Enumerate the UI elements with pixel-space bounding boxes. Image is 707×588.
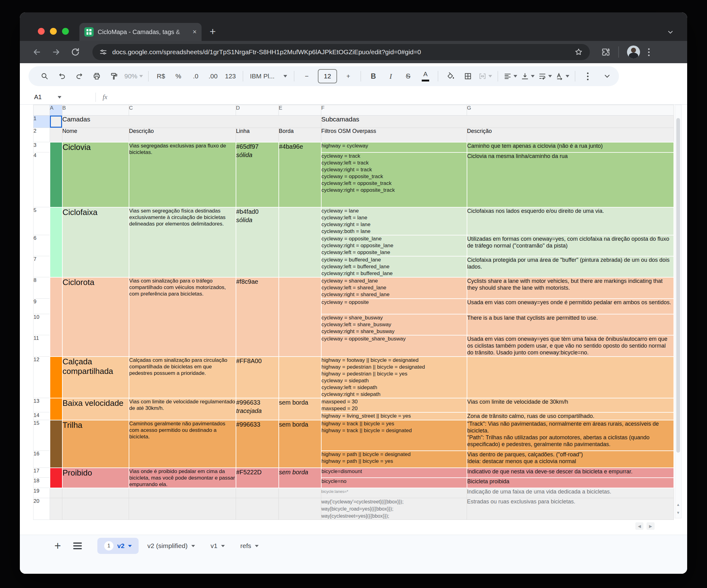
cell-layer-name[interactable]: Ciclovia: [62, 142, 129, 207]
fullscreen-window-button[interactable]: [62, 28, 69, 35]
cell-layer-border[interactable]: [279, 277, 321, 357]
cell-layer-description[interactable]: Vias sem segregação física destinadas ex…: [129, 207, 236, 277]
increase-font-size-button[interactable]: +: [340, 68, 357, 84]
empty-cell[interactable]: [50, 498, 62, 520]
row-header[interactable]: 3: [33, 142, 50, 152]
decrease-decimal-button[interactable]: .0: [187, 68, 204, 84]
cell-sublayer-description[interactable]: Ciclofaixa protegida por uma área de "bu…: [467, 256, 674, 277]
row-header[interactable]: 1: [33, 116, 50, 128]
cell-osm-filters[interactable]: way['cycleway'=cyclestreet]({{bbox}}); w…: [321, 498, 467, 520]
cell-sublayer-description[interactable]: Estradas ou ruas exclusivas para bicicle…: [467, 498, 674, 520]
sheet-tab-v1[interactable]: v1: [204, 538, 232, 554]
vertical-scrollbar[interactable]: ▲ ▼: [675, 105, 681, 518]
layer-color-swatch[interactable]: [50, 142, 62, 207]
cell-layer-name[interactable]: Calçada compartilhada: [62, 357, 129, 398]
cell-osm-filters[interactable]: cycleway = shared_lane cycleway:left = s…: [321, 277, 467, 299]
text-color-button[interactable]: A: [417, 68, 434, 84]
vertical-scrollbar-thumb[interactable]: [676, 118, 680, 453]
column-header-D[interactable]: D: [236, 105, 279, 116]
row-header[interactable]: 19: [33, 488, 50, 498]
cell-header-nome[interactable]: Nome: [62, 128, 129, 142]
row-header[interactable]: 10: [33, 314, 50, 335]
layer-color-swatch[interactable]: [50, 207, 62, 277]
cell-osm-filters[interactable]: cycleway = buffered_lane cycleway:left =…: [321, 256, 467, 277]
cell-layer-description[interactable]: Calçadas com sinalização para circulação…: [129, 357, 236, 398]
row-header[interactable]: 18: [33, 478, 50, 488]
cell-sublayer-description[interactable]: Cyclists share a lane with motor vehicle…: [467, 277, 674, 299]
layer-color-swatch[interactable]: [50, 357, 62, 398]
cell-layer-border[interactable]: sem borda: [279, 420, 321, 468]
minimize-window-button[interactable]: [50, 28, 57, 35]
cell-sublayer-description[interactable]: Vias dentro de parques, calçadões. ("off…: [467, 451, 674, 468]
borders-icon[interactable]: [459, 68, 477, 84]
cell-layer-name[interactable]: Ciclorota: [62, 277, 129, 357]
close-window-button[interactable]: [38, 28, 45, 35]
cell-sublayer-description[interactable]: Usada em vias com oneway=yes onde é perm…: [467, 299, 674, 314]
cell-header-descricao-sub[interactable]: Descrição: [467, 128, 674, 142]
cell-sublayer-description[interactable]: Indicação de uma faixa de uma vida dedic…: [467, 488, 674, 498]
fill-color-icon[interactable]: [442, 68, 459, 84]
cell-layer-line[interactable]: #65df97 sólida: [236, 142, 279, 207]
cell-layer-name[interactable]: Baixa velocidade: [62, 398, 129, 420]
layer-color-swatch[interactable]: [50, 277, 62, 357]
close-tab-icon[interactable]: ×: [193, 29, 197, 35]
cell-layer-line[interactable]: #996633: [236, 420, 279, 468]
cell-sublayer-description[interactable]: Ciclovia na mesma linha/caminho da rua: [467, 152, 674, 207]
text-wrap-icon[interactable]: [536, 68, 554, 84]
cell-osm-filters[interactable]: highway = cycleway: [321, 142, 467, 152]
toolbar-more-icon[interactable]: [579, 68, 596, 84]
column-header-F[interactable]: F: [321, 105, 467, 116]
cell-layer-description[interactable]: Caminhos geralmente não pavimentados com…: [129, 420, 236, 468]
cell-header-linha[interactable]: Linha: [236, 128, 279, 142]
cell-layer-description[interactable]: Vias onde é proibido pedalar em cima da …: [129, 468, 236, 488]
cell-osm-filters[interactable]: cycleway = opposite: [321, 299, 467, 314]
collapse-toolbar-icon[interactable]: [599, 68, 616, 84]
name-box[interactable]: A1: [20, 94, 89, 101]
layer-color-swatch[interactable]: [50, 420, 62, 468]
select-all-corner[interactable]: [33, 105, 50, 116]
format-currency-button[interactable]: R$: [152, 68, 170, 84]
extensions-icon[interactable]: [601, 47, 610, 57]
cell-sublayer-description[interactable]: Indicativo de que nesta via deve-se desc…: [467, 468, 674, 478]
row-header[interactable]: 2: [33, 128, 50, 142]
url-text[interactable]: docs.google.com/spreadsheets/d/1grTpS1Nr…: [112, 48, 569, 56]
site-info-icon[interactable]: [99, 48, 107, 56]
row-header[interactable]: 12: [33, 357, 50, 398]
cell-sublayer-description[interactable]: [467, 357, 674, 398]
cell-layer-description[interactable]: Vias com limite de velocidade regulament…: [129, 398, 236, 420]
cell-subcamadas-title[interactable]: Subcamadas: [321, 116, 674, 128]
bold-button[interactable]: B: [365, 68, 382, 84]
cell-osm-filters[interactable]: cycleway = lane cycleway:left = lane cyc…: [321, 207, 467, 235]
cell-osm-filters[interactable]: highway = path || bicycle = designated h…: [321, 451, 467, 468]
column-header-A[interactable]: A: [50, 105, 62, 116]
address-bar[interactable]: docs.google.com/spreadsheets/d/1grTpS1Nr…: [92, 44, 590, 60]
cell-osm-filters[interactable]: bicycle=no: [321, 478, 467, 488]
cell-layer-name[interactable]: Ciclofaixa: [62, 207, 129, 277]
scroll-right-icon[interactable]: ▶: [646, 522, 654, 530]
horizontal-scrollbar[interactable]: ◀ ▶: [635, 522, 654, 530]
undo-icon[interactable]: [53, 68, 71, 84]
empty-cell[interactable]: [129, 498, 236, 520]
cell-layer-description[interactable]: Vias com sinalização para o tráfego comp…: [129, 277, 236, 357]
cell-header-borda[interactable]: Borda: [279, 128, 321, 142]
cell-osm-filters[interactable]: highway = footway || bicycle = designate…: [321, 357, 467, 398]
print-icon[interactable]: [88, 68, 105, 84]
column-header-B[interactable]: B: [62, 105, 129, 116]
layer-color-swatch[interactable]: [50, 398, 62, 420]
empty-cell[interactable]: [62, 498, 129, 520]
decrease-font-size-button[interactable]: −: [298, 68, 315, 84]
font-family-select[interactable]: IBM Pl...: [247, 68, 290, 84]
cell-osm-filters[interactable]: cycleway = track cycleway:left = track c…: [321, 152, 467, 207]
cell-osm-filters[interactable]: bicycle=dismount: [321, 468, 467, 478]
empty-cell[interactable]: [62, 488, 129, 498]
column-header-G[interactable]: G: [467, 105, 674, 116]
horizontal-align-icon[interactable]: [502, 68, 519, 84]
search-icon[interactable]: [36, 68, 53, 84]
cell-layer-description[interactable]: Vias segregadas exclusivas para fluxo de…: [129, 142, 236, 207]
cell-layer-name[interactable]: Proibido: [62, 468, 129, 488]
increase-decimal-button[interactable]: .00: [204, 68, 222, 84]
cell-A1-selected[interactable]: [50, 116, 62, 128]
browser-tab[interactable]: CicloMapa - Camadas, tags & ×: [79, 23, 202, 41]
cell-layer-border[interactable]: sem borda: [279, 468, 321, 488]
cell-layer-line[interactable]: #FF8A00: [236, 357, 279, 398]
